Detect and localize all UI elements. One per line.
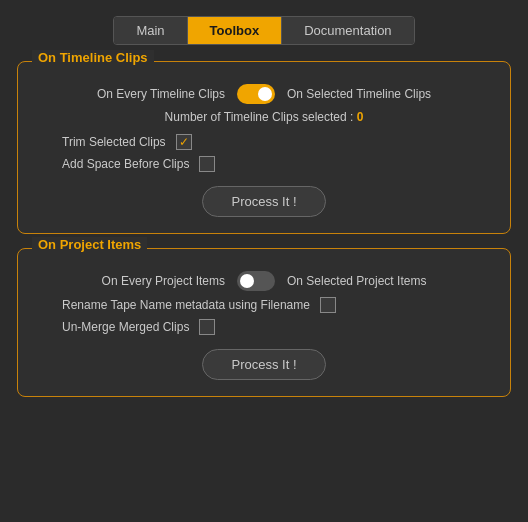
timeline-clips-section: On Timeline Clips On Every Timeline Clip… [17, 61, 511, 234]
add-space-before-clips-label: Add Space Before Clips [62, 157, 189, 171]
timeline-toggle-right-label: On Selected Timeline Clips [287, 87, 431, 101]
timeline-section-title: On Timeline Clips [32, 50, 154, 65]
project-toggle-left-label: On Every Project Items [102, 274, 225, 288]
timeline-count-label: Number of Timeline Clips selected : [165, 110, 354, 124]
timeline-toggle-row: On Every Timeline Clips On Selected Time… [32, 84, 496, 104]
tab-documentation[interactable]: Documentation [282, 17, 413, 44]
project-toggle-right-label: On Selected Project Items [287, 274, 426, 288]
add-space-before-clips-row: Add Space Before Clips [62, 156, 466, 172]
tab-main[interactable]: Main [114, 17, 187, 44]
project-process-button[interactable]: Process It ! [202, 349, 325, 380]
tab-bar: Main Toolbox Documentation [113, 16, 414, 45]
timeline-count-row: Number of Timeline Clips selected : 0 [32, 110, 496, 124]
timeline-toggle-left-label: On Every Timeline Clips [97, 87, 225, 101]
timeline-toggle-slider [237, 84, 275, 104]
un-merge-clips-label: Un-Merge Merged Clips [62, 320, 189, 334]
un-merge-clips-row: Un-Merge Merged Clips [62, 319, 466, 335]
project-toggle[interactable] [237, 271, 275, 291]
trim-selected-clips-checkbox[interactable] [176, 134, 192, 150]
rename-tape-label: Rename Tape Name metadata using Filename [62, 298, 310, 312]
tab-toolbox[interactable]: Toolbox [188, 17, 283, 44]
project-toggle-slider [237, 271, 275, 291]
un-merge-clips-checkbox[interactable] [199, 319, 215, 335]
trim-selected-clips-label: Trim Selected Clips [62, 135, 166, 149]
add-space-before-clips-checkbox[interactable] [199, 156, 215, 172]
project-toggle-row: On Every Project Items On Selected Proje… [32, 271, 496, 291]
trim-selected-clips-row: Trim Selected Clips [62, 134, 466, 150]
rename-tape-checkbox[interactable] [320, 297, 336, 313]
project-items-section: On Project Items On Every Project Items … [17, 248, 511, 397]
timeline-process-button[interactable]: Process It ! [202, 186, 325, 217]
project-section-title: On Project Items [32, 237, 147, 252]
timeline-toggle[interactable] [237, 84, 275, 104]
timeline-count-value: 0 [357, 110, 364, 124]
rename-tape-row: Rename Tape Name metadata using Filename [62, 297, 466, 313]
